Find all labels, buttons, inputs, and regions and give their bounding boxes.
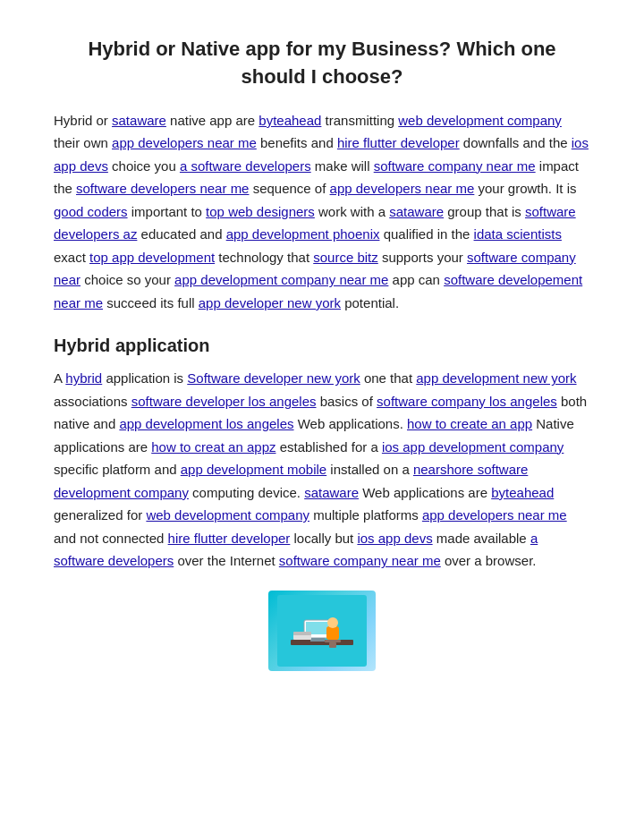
svg-point-6	[327, 617, 338, 628]
inline-link[interactable]: how to create an app	[407, 416, 532, 431]
inline-link[interactable]: byteahead	[491, 485, 554, 500]
inline-link[interactable]: software developers near me	[76, 181, 249, 196]
svg-rect-8	[329, 642, 336, 648]
inline-link[interactable]: software company near me	[374, 158, 536, 174]
illustration-container	[54, 591, 590, 671]
inline-link[interactable]: ios app development company	[382, 439, 564, 455]
inline-link[interactable]: app development los angeles	[119, 416, 293, 431]
inline-link[interactable]: app developers near me	[112, 135, 257, 150]
svg-rect-3	[310, 638, 325, 642]
inline-link[interactable]: Software developer new york	[187, 370, 360, 386]
section2-heading: Hybrid application	[54, 336, 590, 356]
inline-link[interactable]: idata scientists	[474, 226, 562, 242]
inline-link[interactable]: app developer new york	[199, 295, 341, 310]
inline-link[interactable]: source bitz	[313, 250, 378, 265]
inline-link[interactable]: app development company near me	[174, 272, 388, 287]
inline-link[interactable]: software company near me	[279, 553, 441, 568]
inline-link[interactable]: software company los angeles	[377, 394, 557, 409]
inline-link[interactable]: sataware	[112, 113, 166, 128]
inline-link[interactable]: top app development	[89, 250, 215, 265]
inline-link[interactable]: hire flutter developer	[337, 135, 460, 150]
page-title: Hybrid or Native app for my Business? Wh…	[54, 36, 590, 91]
svg-rect-10	[293, 632, 311, 635]
inline-link[interactable]: app development phoenix	[226, 226, 380, 242]
inline-link[interactable]: web development company	[398, 113, 562, 128]
developer-illustration	[268, 591, 376, 671]
inline-link[interactable]: app development mobile	[181, 462, 326, 477]
inline-link[interactable]: hybrid	[65, 370, 102, 386]
inline-link[interactable]: sataware	[304, 485, 359, 500]
inline-link[interactable]: how to creat an appz	[151, 439, 275, 455]
inline-link[interactable]: software developer los angeles	[131, 394, 317, 409]
inline-link[interactable]: top web designers	[206, 204, 315, 219]
inline-link[interactable]: sataware	[389, 204, 444, 219]
inline-link[interactable]: app development new york	[416, 370, 576, 386]
section2-paragraph: A hybrid application is Software develop…	[54, 367, 590, 573]
inline-link[interactable]: app developers near me	[422, 507, 567, 523]
intro-paragraph: Hybrid or sataware native app are byteah…	[54, 109, 590, 315]
svg-rect-7	[325, 640, 341, 642]
inline-link[interactable]: ios app devs	[357, 531, 432, 546]
svg-rect-5	[326, 626, 339, 640]
inline-link[interactable]: a software developers	[180, 158, 311, 174]
inline-link[interactable]: good coders	[54, 204, 128, 219]
inline-link[interactable]: hire flutter developer	[168, 531, 291, 546]
inline-link[interactable]: web development company	[146, 507, 309, 523]
inline-link[interactable]: byteahead	[258, 113, 321, 128]
inline-link[interactable]: app developers near me	[330, 181, 475, 196]
